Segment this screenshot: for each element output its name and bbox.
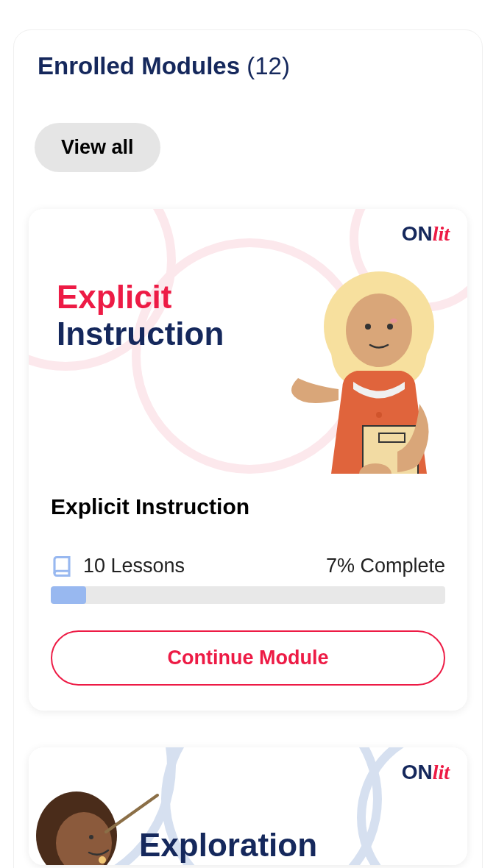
svg-point-6 bbox=[412, 349, 419, 356]
module-image-title-2: Instruction bbox=[57, 316, 224, 352]
enrolled-modules-section: Enrolled Modules (12) View all ONlit Exp… bbox=[13, 29, 483, 868]
progress-fill bbox=[51, 586, 86, 604]
brand-logo: ONlit bbox=[402, 761, 450, 784]
lessons-count: 10 Lessons bbox=[83, 555, 185, 577]
module-image: ONlit Explicit Instruction bbox=[29, 209, 467, 474]
svg-point-1 bbox=[346, 294, 412, 367]
view-all-label: View all bbox=[61, 136, 134, 158]
progress-bar bbox=[51, 586, 445, 604]
complete-text: 7% Complete bbox=[326, 555, 445, 577]
module-image-title: Exploration bbox=[139, 827, 317, 864]
svg-point-7 bbox=[376, 412, 382, 418]
brand-logo: ONlit bbox=[402, 222, 450, 246]
section-title: Enrolled Modules (12) bbox=[38, 52, 467, 80]
person-illustration bbox=[283, 268, 460, 474]
book-icon bbox=[51, 555, 73, 577]
lessons-group: 10 Lessons bbox=[51, 555, 185, 577]
section-count: (12) bbox=[247, 52, 290, 79]
view-all-button[interactable]: View all bbox=[35, 123, 160, 172]
module-card[interactable]: ONlit Explicit Instruction bbox=[29, 209, 467, 711]
svg-point-15 bbox=[99, 856, 106, 864]
module-title: Explicit Instruction bbox=[51, 494, 445, 519]
module-content: Explicit Instruction 10 Lessons 7% Compl… bbox=[29, 474, 467, 711]
svg-point-3 bbox=[387, 324, 393, 330]
continue-module-button[interactable]: Continue Module bbox=[51, 630, 445, 686]
svg-point-2 bbox=[365, 324, 371, 330]
svg-point-4 bbox=[390, 319, 397, 323]
brand-on: ON bbox=[402, 761, 433, 783]
continue-label: Continue Module bbox=[168, 647, 329, 669]
module-image-title-1: Explicit bbox=[57, 279, 172, 316]
module-card[interactable]: ONlit Exploration bbox=[29, 747, 467, 865]
section-title-text: Enrolled Modules bbox=[38, 52, 240, 79]
svg-point-5 bbox=[339, 349, 346, 356]
brand-lit: lit bbox=[433, 761, 450, 783]
brand-on: ON bbox=[402, 222, 433, 245]
module-image: ONlit Exploration bbox=[29, 747, 467, 865]
module-stats: 10 Lessons 7% Complete bbox=[51, 555, 445, 577]
svg-rect-10 bbox=[379, 433, 405, 442]
brand-lit: lit bbox=[433, 222, 450, 245]
svg-point-14 bbox=[89, 835, 93, 839]
